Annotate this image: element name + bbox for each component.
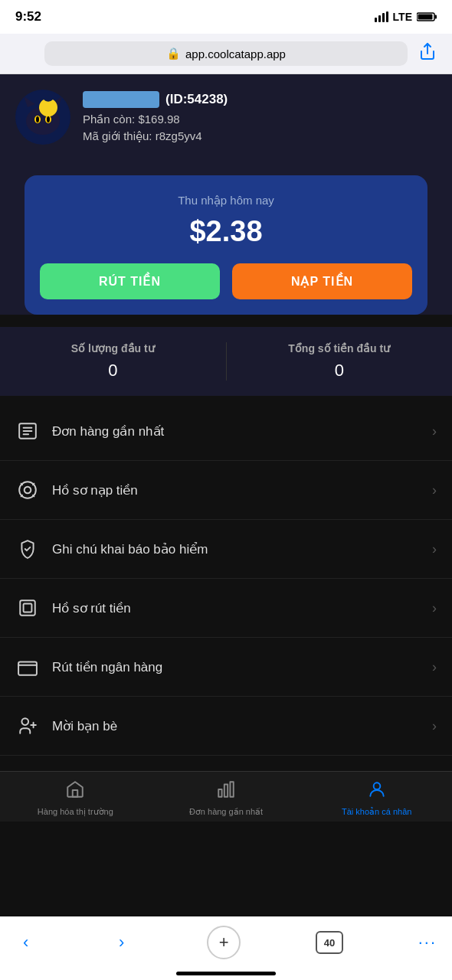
app-content: (ID:54238) Phần còn: $169.98 Mã giới thi… xyxy=(0,74,452,916)
svg-rect-34 xyxy=(218,789,221,797)
lock-icon: 🔒 xyxy=(166,47,181,60)
income-amount: $2.38 xyxy=(40,215,412,248)
menu-text-orders: Đơn hàng gần nhất xyxy=(52,423,432,439)
menu-item-bank-withdraw[interactable]: Rút tiền ngân hàng › xyxy=(0,638,452,697)
svg-line-24 xyxy=(21,495,23,497)
nav-label-orders: Đơn hàng gần nhất xyxy=(189,807,263,817)
svg-line-22 xyxy=(21,484,23,485)
browser-bar: 🔒 app.coolcatapp.app xyxy=(0,34,452,74)
stat-value-count: 0 xyxy=(0,361,226,381)
stat-label-total: Tổng số tiền đầu tư xyxy=(227,342,453,354)
deposit-history-icon xyxy=(15,478,40,502)
income-label: Thu nhập hôm nay xyxy=(40,194,412,207)
nav-item-market[interactable]: Hàng hóa thị trường xyxy=(0,779,151,817)
profile-section: (ID:54238) Phần còn: $169.98 Mã giới thi… xyxy=(0,74,452,163)
menu-text-bank-withdraw: Rút tiền ngân hàng xyxy=(52,659,432,675)
menu-text-deposit-history: Hồ sơ nạp tiền xyxy=(52,482,432,498)
svg-point-15 xyxy=(47,116,50,122)
withdraw-history-icon xyxy=(15,596,40,620)
home-indicator xyxy=(0,967,452,980)
svg-point-30 xyxy=(21,718,28,725)
bank-icon xyxy=(15,655,40,679)
bottom-nav: Hàng hóa thị trường Đơn hàng gần nhất Tà… xyxy=(0,771,452,822)
battery-icon xyxy=(417,11,437,22)
person-icon xyxy=(367,779,387,804)
svg-point-14 xyxy=(36,116,39,122)
profile-name-blur xyxy=(83,91,159,108)
svg-rect-6 xyxy=(418,15,433,20)
svg-line-25 xyxy=(33,484,34,485)
svg-rect-27 xyxy=(24,604,32,612)
share-button[interactable] xyxy=(415,42,440,65)
orders-icon xyxy=(15,419,40,443)
profile-name-row: (ID:54238) xyxy=(83,91,437,108)
lte-label: LTE xyxy=(393,11,412,23)
more-button[interactable]: ··· xyxy=(418,933,437,952)
svg-rect-0 xyxy=(375,18,377,22)
status-icons: LTE xyxy=(375,11,437,23)
status-bar: 9:52 LTE xyxy=(0,0,452,34)
menu-arrow-insurance: › xyxy=(432,541,437,557)
avatar-image xyxy=(16,90,70,144)
profile-id: (ID:54238) xyxy=(165,92,228,107)
svg-rect-1 xyxy=(378,15,381,22)
url-bar[interactable]: 🔒 app.coolcatapp.app xyxy=(44,41,408,66)
avatar xyxy=(15,90,70,145)
svg-rect-26 xyxy=(20,600,35,616)
signal-icon xyxy=(375,11,388,22)
status-time: 9:52 xyxy=(15,9,41,24)
svg-rect-36 xyxy=(230,782,233,797)
svg-point-37 xyxy=(373,782,380,789)
nav-label-market: Hàng hóa thị trường xyxy=(38,807,113,817)
income-buttons: RÚT TIỀN NẠP TIỀN xyxy=(40,263,412,299)
menu-arrow-withdraw-history: › xyxy=(432,600,437,616)
menu-item-invite[interactable]: Mời bạn bè › xyxy=(0,697,452,756)
menu-arrow-orders: › xyxy=(432,423,437,439)
svg-rect-33 xyxy=(73,790,78,797)
new-tab-button[interactable]: + xyxy=(207,926,241,959)
svg-rect-3 xyxy=(386,11,388,22)
profile-info: (ID:54238) Phần còn: $169.98 Mã giới thi… xyxy=(83,91,437,143)
menu-text-invite: Mời bạn bè xyxy=(52,718,432,734)
svg-rect-35 xyxy=(224,785,228,797)
back-button[interactable]: ‹ xyxy=(15,933,36,952)
menu-text-insurance: Ghi chú khai báo bảo hiểm xyxy=(52,541,432,557)
stat-label-count: Số lượng đầu tư xyxy=(0,342,226,354)
svg-rect-2 xyxy=(382,13,385,22)
svg-point-21 xyxy=(25,487,31,494)
home-icon xyxy=(65,779,85,804)
ios-bottom-bar: ‹ › + 40 ··· xyxy=(0,916,452,967)
menu-arrow-invite: › xyxy=(432,718,437,734)
svg-rect-5 xyxy=(435,15,437,19)
svg-line-23 xyxy=(33,495,34,497)
nav-label-account: Tài khoản cá nhân xyxy=(342,807,411,817)
profile-referral: Mã giới thiệu: r8zg5yv4 xyxy=(83,129,437,143)
tabs-badge[interactable]: 40 xyxy=(316,931,343,954)
url-text: app.coolcatapp.app xyxy=(185,47,286,60)
profile-balance: Phần còn: $169.98 xyxy=(83,113,437,126)
invite-icon xyxy=(15,714,40,738)
stats-row: Số lượng đầu tư 0 Tổng số tiền đầu tư 0 xyxy=(0,327,452,396)
menu-item-deposit-history[interactable]: Hồ sơ nạp tiền › xyxy=(0,461,452,520)
stat-investment-count: Số lượng đầu tư 0 xyxy=(0,342,227,381)
chart-icon xyxy=(216,779,236,804)
menu-item-insurance[interactable]: Ghi chú khai báo bảo hiểm › xyxy=(0,520,452,579)
svg-rect-28 xyxy=(18,662,37,675)
menu-arrow-bank: › xyxy=(432,659,437,675)
nav-item-orders[interactable]: Đơn hàng gần nhất xyxy=(151,779,302,817)
menu-text-withdraw-history: Hồ sơ rút tiền xyxy=(52,600,432,616)
insurance-icon xyxy=(15,537,40,561)
menu-arrow-deposit: › xyxy=(432,482,437,498)
menu-item-withdraw-history[interactable]: Hồ sơ rút tiền › xyxy=(0,579,452,638)
deposit-button[interactable]: NẠP TIỀN xyxy=(232,263,412,299)
withdraw-button[interactable]: RÚT TIỀN xyxy=(40,263,220,299)
nav-item-account[interactable]: Tài khoản cá nhân xyxy=(301,779,452,817)
stat-value-total: 0 xyxy=(227,361,453,381)
menu-list: Đơn hàng gần nhất › Hồ sơ nạp tiền › Ghi… xyxy=(0,402,452,756)
forward-button[interactable]: › xyxy=(111,933,132,952)
income-card: Thu nhập hôm nay $2.38 RÚT TIỀN NẠP TIỀN xyxy=(25,175,427,315)
menu-item-orders[interactable]: Đơn hàng gần nhất › xyxy=(0,402,452,461)
stat-investment-total: Tổng số tiền đầu tư 0 xyxy=(227,342,453,381)
home-bar xyxy=(176,972,276,975)
